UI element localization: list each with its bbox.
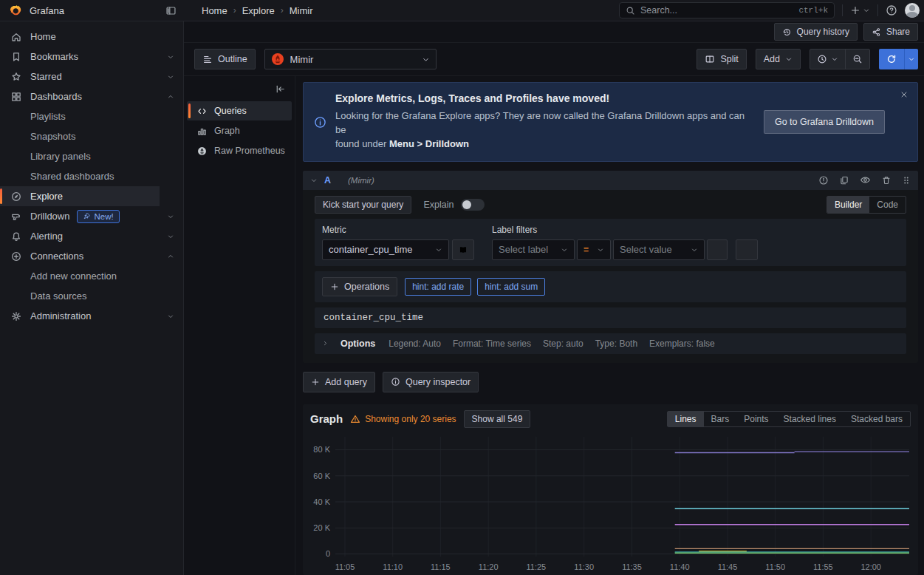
refresh-interval-dropdown[interactable] [904, 49, 918, 69]
chevron-down-icon[interactable] [167, 213, 174, 220]
query-ref-id[interactable]: A [324, 175, 331, 186]
split-button[interactable]: Split [697, 49, 746, 69]
query-history-button[interactable]: Query history [774, 23, 858, 41]
close-icon[interactable] [900, 90, 908, 99]
chevron-down-icon[interactable] [167, 73, 174, 81]
label-select[interactable]: Select label [492, 239, 575, 260]
sidebar-item-main[interactable]: Alerting [0, 226, 160, 246]
sidebar-item-main[interactable]: Home [0, 27, 160, 47]
sidebar-item-dashboards[interactable]: Dashboards [0, 86, 183, 106]
delete-query-trash-icon[interactable] [881, 175, 892, 186]
chevron-up-icon[interactable] [167, 93, 174, 101]
add-button[interactable]: Add [756, 49, 801, 69]
sidebar-item-home[interactable]: Home [0, 27, 183, 47]
sidebar-item-main[interactable]: Snapshots [0, 126, 160, 146]
sidebar-item-main[interactable]: Playlists [0, 106, 160, 126]
graph-style-lines[interactable]: Lines [668, 412, 704, 426]
add-query-button[interactable]: Add query [303, 372, 375, 392]
sidebar-item-starred[interactable]: Starred [0, 67, 183, 86]
sidebar-item-alerting[interactable]: Alerting [0, 226, 183, 246]
breadcrumb-mimir[interactable]: Mimir [290, 5, 313, 16]
sidebar-item-main[interactable]: Bookmarks [0, 47, 160, 67]
query-inspector-button[interactable]: Query inspector [383, 372, 479, 392]
add-filter-button[interactable] [736, 239, 758, 260]
graph-style-points[interactable]: Points [736, 412, 776, 426]
sidebar-item-library-panels[interactable]: Library panels [0, 146, 183, 166]
datasource-picker[interactable]: Mimir [264, 49, 437, 69]
outline-item-graph[interactable]: Graph [187, 121, 292, 140]
add-operation-button[interactable]: Operations [322, 277, 397, 296]
drag-handle-icon[interactable] [902, 175, 911, 186]
sidebar-item-snapshots[interactable]: Snapshots [0, 126, 183, 146]
chevron-down-icon[interactable] [167, 233, 174, 240]
sidebar-item-main[interactable]: Administration [0, 306, 160, 326]
metrics-explorer-book-icon[interactable] [452, 239, 474, 260]
chevron-down-icon [785, 55, 793, 63]
new-menu-button[interactable] [850, 5, 870, 16]
sidebar-item-playlists[interactable]: Playlists [0, 106, 183, 126]
refresh-button[interactable] [879, 49, 904, 69]
zoom-out-icon [852, 54, 863, 64]
sidebar-item-main[interactable]: Data sources [0, 286, 160, 306]
show-all-series-button[interactable]: Show all 549 [464, 410, 531, 428]
help-button[interactable] [886, 4, 897, 16]
operations-panel: Operations hint: add rate hint: add sum [315, 271, 906, 302]
query-row-header[interactable]: A (Mimir) [303, 171, 918, 190]
hint-add-rate-button[interactable]: hint: add rate [405, 278, 471, 296]
time-range-picker[interactable] [810, 50, 845, 69]
graph-style-bars[interactable]: Bars [704, 412, 737, 426]
metric-select[interactable]: container_cpu_time [322, 239, 449, 260]
hide-query-eye-icon[interactable] [860, 174, 871, 186]
query-options-row[interactable]: Options Legend: AutoFormat: Time seriesS… [315, 333, 906, 354]
sidebar-item-bookmarks[interactable]: Bookmarks [0, 47, 183, 67]
breadcrumb-explore[interactable]: Explore [242, 5, 275, 16]
hint-add-sum-button[interactable]: hint: add sum [477, 278, 545, 296]
sidebar-item-shared-dashboards[interactable]: Shared dashboards [0, 166, 183, 186]
sidebar-item-main[interactable]: Library panels [0, 146, 160, 166]
outline-item-raw-prometheus[interactable]: Raw Prometheus [187, 141, 292, 160]
datasource-help-icon[interactable] [818, 175, 829, 186]
sidebar-item-explore[interactable]: Explore [0, 186, 183, 206]
sidebar-item-main[interactable]: Connections [0, 246, 160, 266]
sidebar-item-main[interactable]: DrilldownNew! [0, 206, 160, 226]
chevron-down-icon[interactable] [310, 177, 318, 184]
kickstart-query-button[interactable]: Kick start your query [315, 196, 411, 214]
sidebar-item-main[interactable]: Dashboards [0, 86, 160, 106]
breadcrumb-home[interactable]: Home [202, 5, 227, 16]
remove-filter-button[interactable] [707, 239, 728, 260]
time-series-chart[interactable]: 11:0511:1011:1511:2011:2511:3011:3511:40… [310, 432, 911, 575]
value-select[interactable]: Select value [613, 239, 705, 260]
graph-style-stacked-lines[interactable]: Stacked lines [776, 412, 843, 426]
mode-builder[interactable]: Builder [827, 197, 869, 213]
copy-query-icon[interactable] [839, 175, 849, 186]
sidebar-item-administration[interactable]: Administration [0, 306, 183, 326]
sidebar-item-drilldown[interactable]: DrilldownNew! [0, 206, 183, 226]
mode-code[interactable]: Code [869, 197, 906, 213]
chevron-up-icon[interactable] [167, 253, 174, 260]
collapse-left-icon[interactable] [275, 84, 286, 95]
operator-select[interactable]: = [577, 239, 611, 260]
chevron-down-icon[interactable] [167, 313, 174, 320]
user-avatar[interactable] [905, 3, 920, 18]
new-badge: New! [77, 210, 119, 223]
graph-style-stacked-bars[interactable]: Stacked bars [843, 412, 910, 426]
sidebar-item-main[interactable]: Shared dashboards [0, 166, 160, 186]
outline-button[interactable]: Outline [194, 49, 256, 69]
dock-menu-icon[interactable] [165, 5, 177, 16]
go-to-drilldown-button[interactable]: Go to Grafana Drilldown [764, 110, 885, 134]
sidebar-item-data-sources[interactable]: Data sources [0, 286, 183, 306]
search-shortcut: ctrl+k [798, 6, 828, 15]
explain-toggle[interactable] [461, 199, 485, 211]
sidebar-item-main[interactable]: Add new connection [0, 266, 160, 286]
outline-item-queries[interactable]: Queries [187, 101, 292, 120]
sidebar-item-main[interactable]: Explore [0, 186, 160, 206]
zoom-out-button[interactable] [846, 50, 869, 69]
search-input[interactable] [640, 5, 793, 16]
sidebar-item-main[interactable]: Starred [0, 67, 160, 86]
chevron-down-icon[interactable] [167, 53, 174, 61]
sidebar-item-add-new-connection[interactable]: Add new connection [0, 266, 183, 286]
sidebar-item-connections[interactable]: Connections [0, 246, 183, 266]
query-editor-card: A (Mimir) Kick start your query Explain [303, 171, 918, 363]
global-search[interactable]: ctrl+k [619, 2, 835, 18]
share-button[interactable]: Share [863, 23, 918, 41]
